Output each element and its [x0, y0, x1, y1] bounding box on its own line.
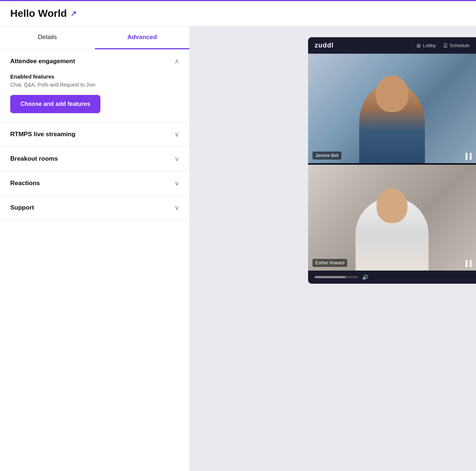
page-title: Hello World: [10, 8, 67, 19]
volume-fill: [315, 276, 345, 278]
chevron-down-icon-rtmps: ∨: [174, 130, 179, 138]
video-bottom-bar: 🔊: [308, 271, 476, 284]
accordion-header-breakout-rooms[interactable]: Breakout rooms ∨: [0, 147, 189, 171]
reactions-title: Reactions: [10, 180, 40, 187]
esther-label: Esther Howard: [312, 259, 347, 267]
volume-icon[interactable]: 🔊: [362, 274, 368, 280]
accordion-header-support[interactable]: Support ∨: [0, 196, 189, 220]
support-title: Support: [10, 204, 34, 211]
video-nav-schedule[interactable]: ☰ Schedule: [443, 43, 469, 49]
video-top-bar: zuddl ⊞ Lobby ☰ Schedule: [308, 37, 476, 54]
tab-details[interactable]: Details: [0, 26, 95, 49]
jerome-sound-icon: ▐▐: [463, 153, 472, 160]
external-link-icon[interactable]: ↗: [70, 9, 77, 18]
accordion-header-rtmps[interactable]: RTMPS live streaming ∨: [0, 122, 189, 146]
schedule-icon: ☰: [443, 43, 448, 49]
tab-advanced[interactable]: Advanced: [95, 26, 190, 49]
chevron-down-icon-breakout: ∨: [174, 155, 179, 163]
video-nav-lobby[interactable]: ⊞ Lobby: [416, 43, 435, 49]
accordion-section-attendee-engagement: Attendee engagement ∧ Enabled features C…: [0, 49, 189, 122]
attendee-engagement-content: Enabled features Chat, Q&A, Polls and Re…: [0, 73, 189, 122]
top-bar: Hello World ↗: [0, 0, 476, 26]
enabled-features-value: Chat, Q&A, Polls and Request to Join: [10, 82, 179, 88]
schedule-label: Schedule: [450, 43, 469, 48]
accordion-section-rtmps: RTMPS live streaming ∨: [0, 122, 189, 147]
zuddl-logo: zuddl: [315, 42, 334, 49]
jerome-video-placeholder: [308, 54, 476, 163]
accordion-header-reactions[interactable]: Reactions ∨: [0, 171, 189, 195]
video-nav: ⊞ Lobby ☰ Schedule: [416, 43, 469, 49]
video-tile-esther: Esther Howard ▐▐: [308, 165, 476, 271]
rtmps-title: RTMPS live streaming: [10, 131, 76, 138]
main-layout: Details Advanced Attendee engagement ∧ E…: [0, 26, 476, 471]
right-panel: zuddl ⊞ Lobby ☰ Schedule Jerome Bell: [190, 26, 476, 471]
volume-bar[interactable]: [315, 276, 358, 278]
esther-video-placeholder: [308, 165, 476, 271]
esther-sound-icon: ▐▐: [463, 260, 472, 267]
accordion-section-breakout-rooms: Breakout rooms ∨: [0, 147, 189, 171]
accordion-section-support: Support ∨: [0, 196, 189, 220]
choose-features-button[interactable]: Choose and add features: [10, 95, 100, 113]
lobby-icon: ⊞: [416, 43, 421, 49]
lobby-label: Lobby: [423, 43, 435, 48]
left-panel: Details Advanced Attendee engagement ∧ E…: [0, 26, 190, 471]
chevron-up-icon: ∧: [174, 57, 179, 65]
jerome-label: Jerome Bell: [312, 152, 341, 160]
chevron-down-icon-reactions: ∨: [174, 179, 179, 187]
breakout-rooms-title: Breakout rooms: [10, 155, 58, 162]
video-container: zuddl ⊞ Lobby ☰ Schedule Jerome Bell: [308, 37, 476, 284]
chevron-down-icon-support: ∨: [174, 204, 179, 212]
tabs: Details Advanced: [0, 26, 189, 49]
accordion-section-reactions: Reactions ∨: [0, 171, 189, 196]
attendee-engagement-title: Attendee engagement: [10, 58, 75, 65]
accordion: Attendee engagement ∧ Enabled features C…: [0, 49, 189, 471]
enabled-features-label: Enabled features: [10, 73, 179, 80]
accordion-header-attendee-engagement[interactable]: Attendee engagement ∧: [0, 49, 189, 73]
video-tile-jerome: Jerome Bell ▐▐: [308, 54, 476, 163]
